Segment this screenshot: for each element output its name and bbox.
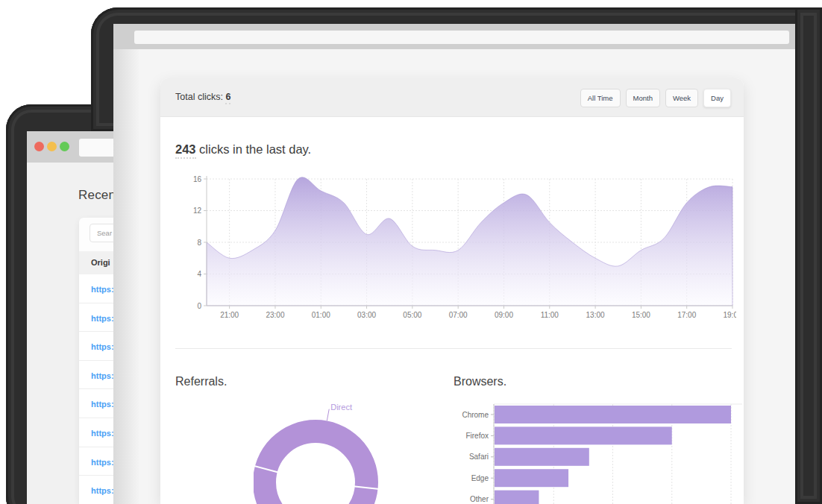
total-clicks-label: Total clicks: xyxy=(175,92,223,102)
svg-text:4: 4 xyxy=(197,270,201,278)
svg-text:8: 8 xyxy=(197,239,201,247)
filter-all-time-button[interactable]: All Time xyxy=(580,89,621,107)
referrals-donut-chart: Direct xyxy=(254,399,385,504)
address-bar[interactable] xyxy=(134,31,789,44)
svg-text:19:00: 19:00 xyxy=(723,311,736,319)
original-url-link[interactable]: https: xyxy=(91,486,114,495)
svg-text:07:00: 07:00 xyxy=(449,311,468,319)
clicks-headline: 243 clicks in the last day. xyxy=(175,142,311,157)
card-header: Total clicks: 6 All Time Month Week Day xyxy=(160,78,744,117)
section-divider xyxy=(175,348,732,349)
filter-month-button[interactable]: Month xyxy=(626,89,660,107)
minimize-window-button[interactable] xyxy=(47,142,57,151)
svg-text:16: 16 xyxy=(193,175,202,183)
original-url-link[interactable]: https: xyxy=(91,429,114,438)
close-window-button[interactable] xyxy=(34,142,44,151)
svg-text:09:00: 09:00 xyxy=(495,311,513,319)
svg-text:21:00: 21:00 xyxy=(220,311,239,319)
donut-slice-label: Direct xyxy=(330,403,352,412)
bar-category-label: Edge xyxy=(471,474,489,482)
browsers-title: Browsers. xyxy=(454,375,506,388)
svg-text:17:00: 17:00 xyxy=(677,311,696,319)
svg-text:15:00: 15:00 xyxy=(632,311,650,319)
svg-text:12: 12 xyxy=(193,207,202,215)
svg-text:01:00: 01:00 xyxy=(312,311,330,319)
svg-text:03:00: 03:00 xyxy=(357,311,376,319)
original-url-link[interactable]: https: xyxy=(91,285,114,294)
original-url-link[interactable]: https: xyxy=(91,314,114,323)
minimize-window-button[interactable] xyxy=(125,34,131,40)
bar-category-label: Firefox xyxy=(465,432,489,440)
bar-category-label: Other xyxy=(470,495,489,503)
clicks-area-chart: 048121621:0023:0001:0003:0005:0007:0009:… xyxy=(175,170,736,324)
clicks-count: 243 xyxy=(175,142,196,159)
svg-text:0: 0 xyxy=(197,302,201,310)
referrals-title: Referrals. xyxy=(175,375,227,388)
svg-text:13:00: 13:00 xyxy=(586,311,605,319)
clicks-headline-text: clicks in the last day. xyxy=(196,142,312,156)
close-window-button[interactable] xyxy=(117,34,123,40)
original-url-link[interactable]: https: xyxy=(91,400,114,409)
svg-text:05:00: 05:00 xyxy=(403,311,421,319)
total-clicks-value: 6 xyxy=(225,92,230,104)
original-url-link[interactable]: https: xyxy=(91,342,114,351)
time-filter-group: All Time Month Week Day xyxy=(580,89,731,107)
bar-category-label: Chrome xyxy=(462,411,489,419)
analytics-card: Total clicks: 6 All Time Month Week Day … xyxy=(160,78,744,504)
recent-links-heading: Recen xyxy=(78,188,116,203)
window-frame-right xyxy=(795,7,822,504)
original-url-link[interactable]: https: xyxy=(91,371,114,380)
total-clicks: Total clicks: 6 xyxy=(175,92,230,102)
bar-category-label: Safari xyxy=(469,453,489,461)
svg-text:23:00: 23:00 xyxy=(266,311,284,319)
filter-week-button[interactable]: Week xyxy=(665,89,698,107)
svg-text:11:00: 11:00 xyxy=(541,311,559,319)
original-url-link[interactable]: https: xyxy=(91,458,114,467)
browsers-bar-chart: ChromeFirefoxSafariEdgeOther xyxy=(454,395,744,504)
filter-day-button[interactable]: Day xyxy=(703,89,731,107)
maximize-window-button[interactable] xyxy=(60,142,69,151)
